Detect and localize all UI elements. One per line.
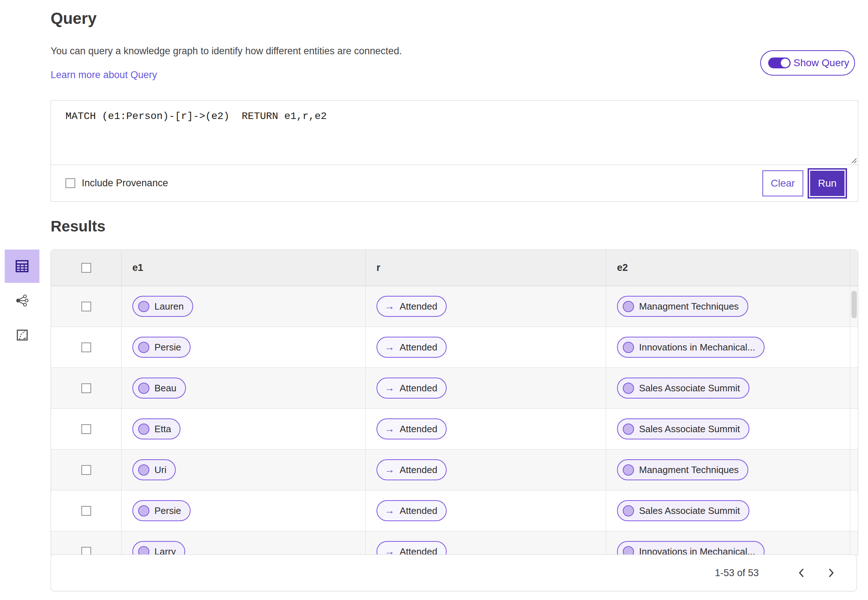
view-sidebar (5, 250, 39, 353)
include-provenance-label: Include Provenance (82, 177, 168, 189)
arrow-right-icon: → (385, 341, 395, 353)
entity-label: Sales Associate Summit (639, 424, 740, 435)
row-checkbox[interactable] (81, 547, 91, 556)
entity-pill-e2[interactable]: Managment Techniques (617, 296, 748, 317)
entity-node-icon (138, 505, 149, 517)
entity-pill-e1[interactable]: Persie (132, 337, 191, 358)
route-view-button[interactable] (5, 318, 39, 352)
column-header-e2: e2 (606, 250, 858, 286)
row-checkbox[interactable] (81, 506, 91, 516)
results-title: Results (51, 218, 106, 235)
arrow-right-icon: → (385, 546, 395, 555)
entity-pill-e2[interactable]: Innovations in Mechanical... (617, 541, 765, 555)
relation-pill[interactable]: → Attended (377, 296, 447, 317)
entity-label: Lauren (155, 301, 184, 312)
entity-pill-e2[interactable]: Sales Associate Summit (617, 377, 749, 398)
entity-pill-e1[interactable]: Uri (132, 459, 176, 480)
entity-node-icon (138, 546, 149, 556)
entity-node-icon (623, 301, 634, 312)
relation-pill[interactable]: → Attended (377, 337, 447, 358)
select-all-checkbox[interactable] (81, 263, 91, 273)
scrollbar-track[interactable] (850, 250, 858, 555)
relation-pill[interactable]: → Attended (377, 459, 447, 480)
entity-label: Sales Associate Summit (639, 383, 740, 394)
table-row: Lauren → Attended Managment Techniques (51, 286, 858, 327)
entity-label: Sales Associate Summit (639, 505, 740, 517)
relation-label: Attended (400, 424, 437, 435)
previous-page-button[interactable] (794, 565, 809, 581)
table-body: Lauren → Attended Managment Techniques P… (51, 286, 858, 555)
arrow-right-icon: → (385, 382, 395, 394)
chevron-left-icon (797, 568, 806, 577)
entity-label: Managment Techniques (639, 301, 739, 312)
query-text[interactable]: MATCH (e1:Person)-[r]->(e2) RETURN e1,r,… (51, 100, 858, 132)
entity-pill-e2[interactable]: Sales Associate Summit (617, 500, 749, 521)
arrow-right-icon: → (385, 300, 395, 312)
run-button[interactable]: Run (809, 170, 845, 197)
table-row: Etta → Attended Sales Associate Summit (51, 409, 858, 450)
relation-pill[interactable]: → Attended (377, 377, 447, 398)
entity-node-icon (623, 505, 634, 517)
entity-node-icon (623, 342, 634, 353)
entity-label: Innovations in Mechanical... (639, 342, 755, 353)
relation-label: Attended (400, 505, 437, 517)
entity-pill-e1[interactable]: Lauren (132, 296, 193, 317)
entity-node-icon (138, 301, 149, 312)
table-row: Persie → Attended Innovations in Mechani… (51, 327, 858, 368)
table-view-button[interactable] (5, 250, 39, 283)
relation-label: Attended (400, 301, 437, 312)
entity-node-icon (623, 464, 634, 476)
entity-pill-e2[interactable]: Managment Techniques (617, 459, 748, 480)
entity-pill-e1[interactable]: Persie (132, 500, 191, 521)
entity-node-icon (138, 464, 149, 476)
arrow-right-icon: → (385, 423, 395, 435)
entity-node-icon (623, 546, 634, 556)
entity-node-icon (623, 424, 634, 435)
show-query-toggle-button[interactable]: Show Query (760, 50, 855, 76)
clear-button[interactable]: Clear (762, 170, 803, 196)
row-checkbox[interactable] (81, 465, 91, 475)
entity-pill-e1[interactable]: Larry (132, 541, 185, 555)
query-editor[interactable]: MATCH (e1:Person)-[r]->(e2) RETURN e1,r,… (51, 100, 858, 165)
row-checkbox[interactable] (81, 383, 91, 393)
row-checkbox[interactable] (81, 302, 91, 311)
entity-node-icon (138, 342, 149, 353)
entity-label: Persie (155, 505, 181, 517)
arrow-right-icon: → (385, 464, 395, 476)
resize-handle-icon[interactable] (850, 156, 857, 164)
graph-view-button[interactable] (5, 284, 39, 317)
entity-pill-e2[interactable]: Sales Associate Summit (617, 418, 749, 439)
entity-label: Innovations in Mechanical... (639, 546, 755, 556)
entity-label: Persie (155, 342, 181, 353)
entity-pill-e1[interactable]: Beau (132, 377, 186, 398)
learn-more-link[interactable]: Learn more about Query (51, 70, 157, 81)
relation-label: Attended (400, 342, 437, 353)
table-row: Beau → Attended Sales Associate Summit (51, 368, 858, 409)
table-header-row: e1 r e2 (51, 250, 858, 286)
scrollbar-thumb[interactable] (851, 291, 857, 318)
toggle-knob (781, 59, 789, 67)
show-query-label: Show Query (794, 57, 849, 69)
relation-pill[interactable]: → Attended (377, 541, 447, 555)
entity-label: Etta (155, 424, 171, 435)
table-row: Uri → Attended Managment Techniques (51, 450, 858, 491)
relation-pill[interactable]: → Attended (377, 418, 447, 439)
route-map-icon (17, 329, 28, 341)
toggle-on-icon[interactable] (768, 58, 791, 68)
entity-label: Managment Techniques (639, 464, 739, 476)
include-provenance-checkbox[interactable] (65, 178, 75, 188)
table-icon (15, 260, 29, 272)
row-checkbox[interactable] (81, 342, 91, 352)
next-page-button[interactable] (823, 565, 839, 581)
relation-label: Attended (400, 383, 437, 394)
entity-label: Beau (155, 383, 176, 394)
entity-node-icon (138, 383, 149, 394)
query-box: MATCH (e1:Person)-[r]->(e2) RETURN e1,r,… (51, 100, 858, 202)
arrow-right-icon: → (385, 505, 395, 517)
entity-pill-e2[interactable]: Innovations in Mechanical... (617, 337, 765, 358)
network-graph-icon (15, 294, 29, 307)
entity-pill-e1[interactable]: Etta (132, 418, 180, 439)
relation-pill[interactable]: → Attended (377, 500, 447, 521)
chevron-right-icon (826, 568, 836, 577)
row-checkbox[interactable] (81, 424, 91, 434)
